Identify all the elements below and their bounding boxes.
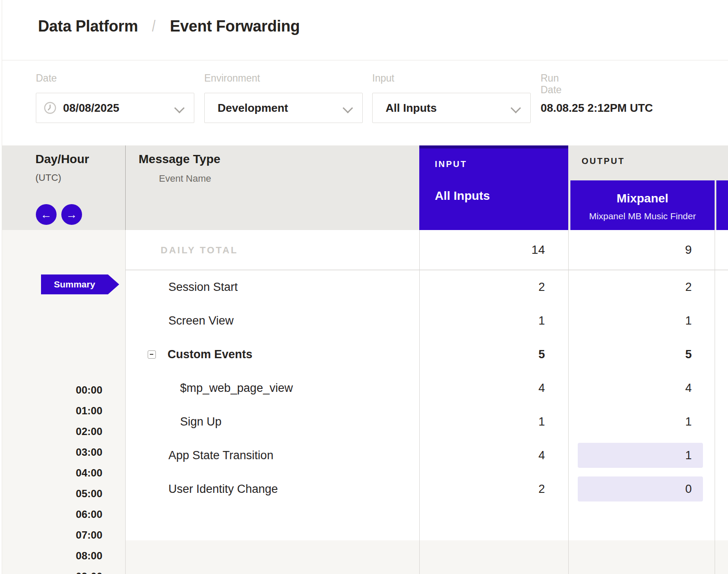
- summary-badge-arrow: [108, 274, 119, 294]
- previous-day-button[interactable]: ←: [36, 204, 57, 225]
- hour-row-03[interactable]: 03:00: [51, 442, 102, 463]
- input-count: 1: [419, 304, 568, 337]
- output-count: 5: [570, 337, 715, 371]
- column-divider-next: [715, 230, 715, 574]
- hour-row-02[interactable]: 02:00: [51, 421, 102, 442]
- hour-row-07[interactable]: 07:00: [51, 525, 102, 546]
- daily-total-output-count: 9: [570, 230, 715, 270]
- hour-row-01[interactable]: 01:00: [51, 401, 102, 421]
- next-day-button[interactable]: →: [61, 204, 82, 225]
- hour-row-05[interactable]: 05:00: [51, 483, 102, 504]
- event-label: Sign Up: [180, 405, 222, 438]
- table-row-session-start: Session Start 2 2: [126, 270, 728, 304]
- output-count: 4: [570, 371, 715, 405]
- output-column-header-next-partial[interactable]: [716, 180, 728, 230]
- hour-row-04[interactable]: 04:00: [51, 463, 102, 483]
- event-label-group: Custom Events: [148, 337, 253, 371]
- chevron-down-icon: [175, 103, 184, 113]
- input-column-accent-strip: [419, 145, 568, 148]
- output-column-header-mixpanel[interactable]: Mixpanel Mixpanel MB Music Finder: [570, 180, 715, 230]
- event-label: User Identity Change: [168, 472, 278, 506]
- output-count-highlighted: 1: [578, 443, 703, 468]
- day-hour-rail: Summary 00:00 01:00 02:00 03:00 04:00 05…: [2, 230, 125, 574]
- date-filter-label: Date: [36, 73, 57, 84]
- clock-icon: [44, 101, 57, 114]
- rail-divider-body: [125, 230, 126, 574]
- top-bar: Data Platform / Event Forwarding: [2, 0, 728, 60]
- output-section-label: OUTPUT: [582, 156, 625, 166]
- event-forwarding-page: Data Platform / Event Forwarding Date 08…: [0, 0, 728, 574]
- daily-total-input-count: 14: [419, 230, 568, 270]
- event-label: App State Transition: [168, 438, 273, 472]
- table-row-screen-view: Screen View 1 1: [126, 304, 728, 337]
- input-count: 2: [419, 270, 568, 304]
- output-count: 1: [570, 405, 715, 438]
- table-row-user-identity-change: User Identity Change 2 0: [126, 472, 728, 506]
- date-dropdown[interactable]: 08/08/2025: [36, 93, 194, 123]
- day-hour-header: Day/Hour: [35, 152, 89, 166]
- hour-row-00[interactable]: 00:00: [51, 380, 102, 401]
- environment-filter-label: Environment: [204, 73, 260, 84]
- input-count: 4: [419, 438, 568, 472]
- table-row-sign-up: Sign Up 1 1: [126, 405, 728, 438]
- collapse-minus-icon[interactable]: [148, 350, 156, 359]
- table-row-app-state-transition: App State Transition 4 1: [126, 438, 728, 472]
- arrow-left-icon: ←: [41, 209, 52, 220]
- input-column-title: All Inputs: [435, 189, 490, 203]
- message-type-header: Message Type: [139, 152, 220, 166]
- event-label: Custom Events: [168, 348, 253, 361]
- input-dropdown[interactable]: All Inputs: [372, 93, 531, 123]
- hour-row-09[interactable]: 09:00: [51, 566, 102, 574]
- filter-bar: Date 08/08/2025 Environment Development …: [2, 61, 728, 145]
- table-row-mp-web-page-view: $mp_web_page_view 4 4: [126, 371, 728, 405]
- output-column-subtitle: Mixpanel MB Music Finder: [570, 211, 715, 221]
- environment-value: Development: [218, 101, 343, 115]
- input-value: All Inputs: [386, 101, 511, 115]
- environment-dropdown[interactable]: Development: [204, 93, 363, 123]
- chevron-down-icon: [343, 103, 353, 113]
- column-divider-output: [568, 230, 569, 574]
- output-count: 1: [570, 304, 715, 337]
- breadcrumb-separator: /: [152, 17, 155, 35]
- run-date-value: 08.08.25 2:12PM UTC: [541, 93, 653, 123]
- arrow-right-icon: →: [66, 209, 77, 220]
- input-count: 5: [419, 337, 568, 371]
- event-name-subheader: Event Name: [159, 173, 211, 184]
- table-row-custom-events: Custom Events 5 5: [126, 337, 728, 371]
- output-count-highlighted: 0: [578, 476, 703, 501]
- output-column-title: Mixpanel: [570, 192, 715, 205]
- breadcrumb: Data Platform / Event Forwarding: [38, 17, 300, 35]
- daily-total-row: DAILY TOTAL 14 9: [126, 230, 728, 270]
- rail-divider-header: [125, 145, 126, 230]
- run-date-label: Run Date: [541, 73, 562, 96]
- column-divider-input: [419, 230, 420, 574]
- summary-row-badge[interactable]: Summary: [41, 274, 108, 294]
- hour-row-06[interactable]: 06:00: [51, 504, 102, 525]
- daily-total-label: DAILY TOTAL: [161, 230, 238, 270]
- summary-label: Summary: [54, 279, 95, 290]
- output-count: 2: [570, 270, 715, 304]
- date-value: 08/08/2025: [63, 101, 175, 115]
- event-label: Screen View: [168, 304, 234, 337]
- hour-row-08[interactable]: 08:00: [51, 546, 102, 566]
- input-section-label: INPUT: [435, 159, 467, 169]
- input-count: 1: [419, 405, 568, 438]
- input-filter-label: Input: [372, 73, 394, 84]
- grid-footer-area: [126, 540, 728, 574]
- event-label: Session Start: [168, 270, 238, 304]
- chevron-down-icon: [511, 103, 521, 113]
- day-hour-timezone: (UTC): [35, 172, 61, 183]
- event-label: $mp_web_page_view: [180, 371, 293, 405]
- breadcrumb-section[interactable]: Data Platform: [38, 17, 138, 35]
- page-title: Event Forwarding: [170, 17, 300, 35]
- input-count: 2: [419, 472, 568, 506]
- input-count: 4: [419, 371, 568, 405]
- input-column-header[interactable]: INPUT All Inputs: [419, 145, 568, 230]
